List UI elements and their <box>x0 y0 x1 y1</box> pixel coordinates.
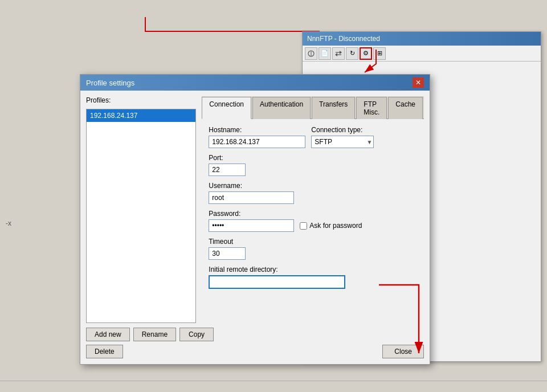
bg-app-toolbar: 📄 ↻ ⚙ ⊞ <box>303 46 541 62</box>
bg-app-title: NnnFTP - Disconnected <box>307 35 380 43</box>
dialog-title: Profile settings <box>86 79 134 87</box>
dialog-body: Profiles: 192.168.24.137 Connection Auth… <box>80 91 430 364</box>
delete-button[interactable]: Delete <box>86 345 123 358</box>
add-new-button[interactable]: Add new <box>86 328 130 341</box>
transfer1-btn[interactable] <box>332 47 345 60</box>
username-label: Username: <box>209 182 417 190</box>
gear-btn[interactable]: ⚙ <box>360 47 372 60</box>
connection-type-select[interactable]: SFTP FTP FTPS <box>311 136 374 148</box>
profile-settings-dialog: Profile settings ✕ Profiles: 192.168.24.… <box>80 74 430 365</box>
connection-type-wrapper: SFTP FTP FTPS ▼ <box>311 136 374 148</box>
dialog-titlebar: Profile settings ✕ <box>80 75 430 91</box>
dialog-close-btn[interactable]: ✕ <box>413 77 424 88</box>
timeout-group: Timeout <box>209 238 417 260</box>
profile-buttons: Add new Rename Copy <box>86 328 424 341</box>
svg-marker-12 <box>335 53 337 56</box>
tab-authentication[interactable]: Authentication <box>252 97 311 119</box>
hostname-input[interactable] <box>209 136 305 148</box>
timeout-label: Timeout <box>209 238 417 246</box>
rename-button[interactable]: Rename <box>133 328 176 341</box>
port-group: Port: <box>209 154 417 176</box>
hostname-label: Hostname: <box>209 126 305 134</box>
profiles-list: 192.168.24.137 <box>86 109 196 323</box>
timeout-input[interactable] <box>209 247 246 260</box>
tab-transfers[interactable]: Transfers <box>312 97 355 119</box>
tabs-row: Connection Authentication Transfers FTP … <box>202 96 424 119</box>
connection-type-group: Connection type: SFTP FTP FTPS ▼ <box>311 126 374 148</box>
ask-password-label[interactable]: Ask for password <box>300 222 362 230</box>
port-label: Port: <box>209 154 417 162</box>
hostname-group: Hostname: <box>209 126 305 148</box>
tab-cache[interactable]: Cache <box>388 97 423 119</box>
refresh-btn[interactable]: ↻ <box>346 47 358 60</box>
grid-btn[interactable]: ⊞ <box>373 47 386 60</box>
hostname-row: Hostname: Connection type: SFTP FTP FTPS <box>209 126 417 154</box>
password-row: Ask for password <box>209 219 417 232</box>
bg-app-titlebar: NnnFTP - Disconnected <box>303 32 541 46</box>
password-input[interactable] <box>209 219 294 232</box>
initial-dir-label: Initial remote directory: <box>209 266 417 273</box>
port-input[interactable] <box>209 164 246 176</box>
ask-password-checkbox[interactable] <box>300 222 307 230</box>
status-bar <box>0 381 547 392</box>
ask-password-text: Ask for password <box>309 222 362 230</box>
profile-item[interactable]: 192.168.24.137 <box>87 109 195 122</box>
files-btn[interactable]: 📄 <box>319 47 331 60</box>
dialog-bottom: Add new Rename Copy Delete Close <box>86 328 424 358</box>
profiles-label: Profiles: <box>86 96 196 104</box>
username-group: Username: <box>209 182 417 204</box>
password-group: Password: Ask for password <box>209 210 417 232</box>
initial-dir-input[interactable] <box>209 275 345 289</box>
tab-content-connection: Hostname: Connection type: SFTP FTP FTPS <box>202 119 424 323</box>
initial-dir-group: Initial remote directory: <box>209 266 417 289</box>
username-input[interactable] <box>209 191 294 204</box>
connect-btn[interactable] <box>305 47 317 60</box>
svg-marker-11 <box>340 51 342 54</box>
close-button[interactable]: Close <box>382 345 424 358</box>
settings-panel: Connection Authentication Transfers FTP … <box>202 96 424 323</box>
tab-ftp-misc[interactable]: FTP Misc. <box>356 97 387 119</box>
password-label: Password: <box>209 210 417 218</box>
connection-type-label: Connection type: <box>311 126 374 134</box>
side-label: -x <box>6 219 11 227</box>
dialog-content: Profiles: 192.168.24.137 Connection Auth… <box>86 96 424 323</box>
tab-connection[interactable]: Connection <box>202 97 251 119</box>
copy-button[interactable]: Copy <box>179 328 214 341</box>
profiles-panel: Profiles: 192.168.24.137 <box>86 96 196 323</box>
